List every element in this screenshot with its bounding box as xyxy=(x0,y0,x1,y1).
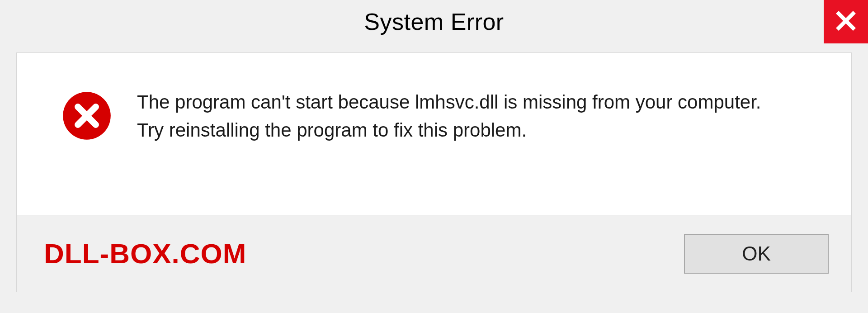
error-icon xyxy=(62,91,112,142)
dialog-title: System Error xyxy=(364,8,504,35)
error-message: The program can't start because lmhsvc.d… xyxy=(137,88,824,144)
content-panel: The program can't start because lmhsvc.d… xyxy=(16,52,852,215)
error-message-line1: The program can't start because lmhsvc.d… xyxy=(137,88,824,116)
ok-button[interactable]: OK xyxy=(684,234,829,274)
titlebar: System Error xyxy=(0,0,868,43)
close-button[interactable] xyxy=(824,0,868,43)
dialog-footer: DLL-BOX.COM OK xyxy=(16,215,852,292)
ok-button-label: OK xyxy=(742,242,771,265)
error-message-line2: Try reinstalling the program to fix this… xyxy=(137,116,824,144)
close-icon xyxy=(835,10,857,33)
watermark-text: DLL-BOX.COM xyxy=(44,237,246,270)
